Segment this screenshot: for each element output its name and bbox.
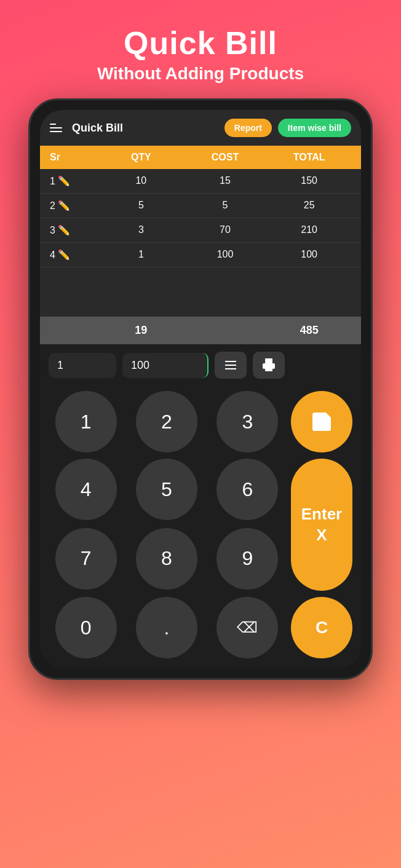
save-button[interactable] (291, 391, 352, 452)
total-amount: 485 (267, 324, 351, 337)
item-wise-bill-button[interactable]: Item wise bill (278, 119, 351, 137)
row4-qty: 1 (99, 249, 183, 261)
key-5[interactable]: 5 (136, 459, 197, 520)
table-row: 4✏️ 1 100 100 (40, 243, 361, 267)
row1-sr: 1✏️ (50, 175, 99, 187)
svg-rect-3 (265, 358, 272, 363)
menu-icon[interactable] (50, 124, 62, 132)
clear-button[interactable]: C (291, 597, 352, 658)
key-3[interactable]: 3 (216, 391, 278, 452)
row2-qty: 5 (99, 200, 183, 211)
row4-cost: 100 (183, 249, 268, 261)
app-name: Quick Bill (72, 122, 218, 135)
row1-qty: 10 (99, 175, 183, 187)
table-header: Sr QTY COST TOTAL (40, 146, 361, 169)
key-1[interactable]: 1 (55, 391, 117, 452)
key-9[interactable]: 9 (216, 528, 278, 590)
row2-total: 25 (267, 200, 351, 211)
top-bar: Quick Bill Report Item wise bill (40, 110, 361, 146)
enter-button[interactable]: EnterX (291, 459, 352, 591)
table-row: 2✏️ 5 5 25 (40, 194, 361, 218)
key-dot[interactable]: . (136, 597, 197, 658)
page-subtitle: Without Adding Products (97, 64, 304, 84)
key-6[interactable]: 6 (216, 459, 278, 520)
row4-total: 100 (267, 249, 351, 261)
col-qty: QTY (99, 152, 183, 163)
total-qty: 19 (99, 324, 183, 337)
row2-sr: 2✏️ (50, 200, 99, 211)
table-row: 3✏️ 3 70 210 (40, 218, 361, 243)
table-body: 1✏️ 10 15 150 2✏️ 5 5 25 3✏️ 3 70 210 4✏… (40, 169, 361, 317)
col-sr: Sr (50, 152, 99, 163)
input-row (40, 344, 361, 386)
svg-rect-4 (265, 366, 272, 371)
keypad: 1 2 3 4 5 6 EnterX 7 8 9 0 . ⌫ C (40, 386, 361, 668)
report-button[interactable]: Report (224, 119, 272, 137)
row3-total: 210 (267, 224, 351, 236)
qty-input[interactable] (49, 353, 116, 378)
row4-sr: 4✏️ (50, 249, 99, 261)
row2-cost: 5 (183, 200, 268, 211)
phone-screen: Quick Bill Report Item wise bill Sr QTY … (40, 110, 361, 668)
row1-total: 150 (267, 175, 351, 187)
row3-qty: 3 (99, 224, 183, 236)
col-total: TOTAL (267, 152, 351, 163)
phone-wrapper: Quick Bill Report Item wise bill Sr QTY … (28, 98, 373, 680)
print-button[interactable] (253, 352, 285, 379)
table-footer: 19 485 (40, 317, 361, 344)
key-0[interactable]: 0 (55, 597, 117, 658)
backspace-button[interactable]: ⌫ (216, 597, 278, 658)
table-row: 1✏️ 10 15 150 (40, 169, 361, 194)
page-title: Quick Bill (124, 25, 277, 61)
cost-input[interactable] (122, 353, 208, 378)
col-cost: COST (183, 152, 268, 163)
row1-cost: 15 (183, 175, 268, 187)
key-7[interactable]: 7 (55, 528, 117, 590)
row3-cost: 70 (183, 224, 268, 236)
row3-sr: 3✏️ (50, 224, 99, 236)
list-view-button[interactable] (215, 352, 247, 379)
key-8[interactable]: 8 (136, 528, 197, 590)
key-2[interactable]: 2 (136, 391, 197, 452)
key-4[interactable]: 4 (55, 459, 117, 520)
